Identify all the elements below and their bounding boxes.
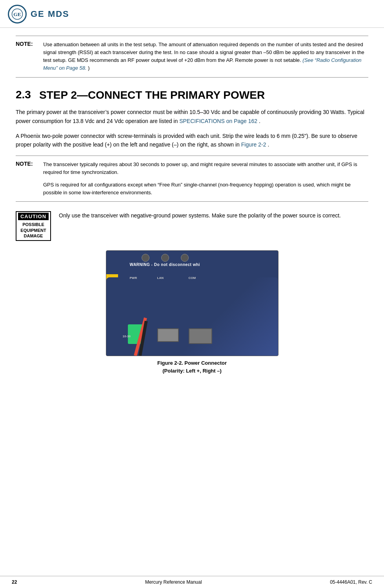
note1-suffix: ) [88,65,89,71]
device-warning-label: WARNING - Do not disconnect whi [130,262,200,267]
footer-page-number: 22 [12,579,17,585]
page-footer: 22 Mercury Reference Manual 05-4446A01, … [0,576,384,588]
device-top-connectors [142,254,189,262]
footer-manual-title: Mercury Reference Manual [145,579,202,585]
figure-container: WARNING - Do not disconnect whi PWR LAN … [16,250,368,375]
section-number: 2.3 [16,89,39,101]
specifications-link[interactable]: SPECIFICATIONS on Page 162 [179,118,257,124]
para2-text: A Phoenix two-pole power connector with … [16,133,357,148]
caution-block: CAUTION POSSIBLEEQUIPMENTDAMAGE Only use… [16,211,368,241]
figure-caption: Figure 2-2. Power Connector (Polarity: L… [157,359,227,375]
page-header: GE GE MDS [0,0,384,28]
footer-reference: 05-4446A01, Rev. C [330,579,372,585]
para2-end: . [268,141,269,148]
caution-sub: POSSIBLEEQUIPMENTDAMAGE [18,222,49,239]
con-label: COM [189,276,196,280]
top-connector-3 [181,254,189,262]
company-name: GE MDS [31,9,69,19]
main-content: NOTE: Use attenuation between all units … [0,28,384,389]
lan-port [157,328,179,342]
note-text-1: Use attenuation between all units in the… [43,41,368,72]
note2-line1: The transceiver typically requires about… [43,161,357,175]
section-title: STEP 2—CONNECT THE PRIMARY POWER [39,89,265,102]
note-block-1: NOTE: Use attenuation between all units … [16,36,368,78]
paragraph-2: A Phoenix two-pole power connector with … [16,132,368,149]
caution-text: Only use the transceiver with negative-g… [59,211,341,220]
caution-title: CAUTION [18,213,49,220]
figure-caption-line2: (Polarity: Left +, Right –) [162,368,222,374]
note-label-1: NOTE: [16,41,43,47]
figure-link[interactable]: Figure 2-2 [241,141,266,148]
figure-image: WARNING - Do not disconnect whi PWR LAN … [106,250,278,356]
note-label-2: NOTE: [16,161,43,167]
note2-line2: GPS is required for all configurations e… [43,182,351,195]
serial-port [189,328,212,344]
note2-text-2: GPS is required for all configurations e… [43,181,368,197]
device-body [106,277,278,356]
lan-label: LAN [157,276,164,280]
top-connector-2 [161,254,169,262]
voltage-range-label: 10-30 [123,335,131,338]
note2-text-1: The transceiver typically requires about… [43,161,368,176]
pwr-label: PWR [130,276,137,280]
note-block-2: NOTE: The transceiver typically requires… [16,156,368,202]
top-connector-1 [142,254,149,262]
svg-text:GE: GE [13,11,21,17]
caution-badge: CAUTION POSSIBLEEQUIPMENTDAMAGE [16,211,51,241]
ge-logo: GE [8,5,27,24]
section-heading: 2.3 STEP 2—CONNECT THE PRIMARY POWER [16,89,368,102]
paragraph-1: The primary power at the transceiver’s p… [16,108,368,125]
figure-caption-line1: Figure 2-2. Power Connector [157,360,227,366]
para1-end: . [259,118,260,124]
